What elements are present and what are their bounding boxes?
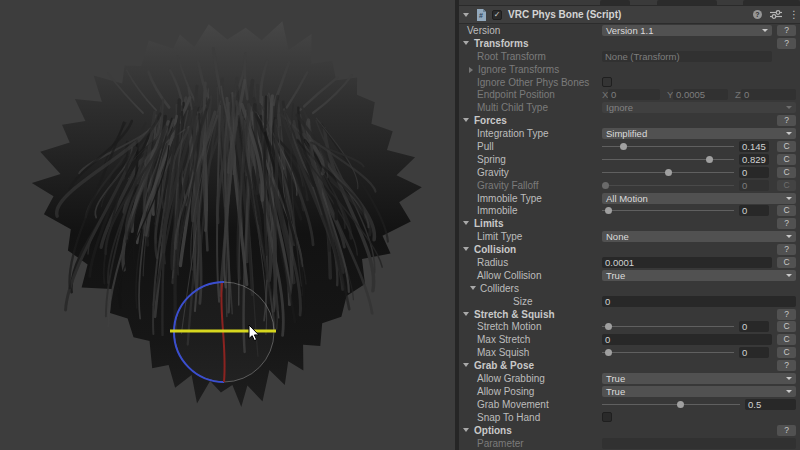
help-button[interactable]: ? (777, 244, 796, 255)
field-label: Parameter (477, 438, 524, 449)
help-button[interactable]: ? (777, 360, 796, 371)
axis-field-y[interactable]: 0.0005 (673, 89, 728, 100)
value-field[interactable]: 0 (602, 334, 772, 345)
row-grab-pose: Grab & Pose? (459, 359, 800, 372)
curve-button[interactable]: C (777, 347, 796, 358)
foldout-arrow-icon[interactable] (463, 312, 469, 316)
field-label: Max Stretch (477, 334, 530, 345)
slider-track[interactable] (602, 185, 734, 186)
slider-track[interactable] (602, 146, 734, 147)
number-field[interactable]: 0.829 (739, 154, 769, 165)
scene-viewport[interactable] (0, 0, 455, 450)
slider-handle[interactable] (665, 169, 672, 176)
object-field[interactable]: None (Transform) (602, 51, 772, 62)
slider-handle[interactable] (605, 349, 612, 356)
curve-button[interactable]: C (777, 334, 796, 345)
axis-field-x[interactable]: 0 (608, 89, 660, 100)
curve-button[interactable]: C (777, 141, 796, 152)
curve-button[interactable]: C (777, 180, 796, 191)
component-header[interactable]: # ✓ VRC Phys Bone (Script) ? ⋮ (459, 6, 800, 24)
foldout-arrow-icon[interactable] (463, 118, 469, 122)
number-field[interactable]: 0 (739, 321, 769, 332)
component-enabled-checkbox[interactable]: ✓ (492, 10, 502, 20)
axis-label-z: Z (735, 89, 741, 100)
curve-button[interactable]: C (777, 205, 796, 216)
number-field[interactable]: 0 (739, 347, 769, 358)
slider-handle[interactable] (677, 401, 684, 408)
field-value-area: Version 1.1? (602, 25, 796, 36)
number-field[interactable]: 0 (739, 180, 769, 191)
slider-track[interactable] (602, 210, 734, 211)
field-value-area (602, 438, 796, 449)
row-gravity-falloff: Gravity Falloff0C (459, 179, 800, 192)
field-label: Limit Type (477, 231, 522, 242)
foldout-arrow-icon[interactable] (463, 247, 469, 251)
field-label: Grab & Pose (474, 360, 534, 371)
axis-field-z[interactable]: 0 (741, 89, 796, 100)
dropdown-multi-child-type[interactable]: Ignore (602, 102, 796, 113)
field-label: Immobile (477, 205, 518, 216)
field-label: Spring (477, 154, 506, 165)
foldout-collapsed-icon[interactable] (469, 67, 473, 73)
value-field[interactable]: 0.0001 (602, 257, 772, 268)
curve-button[interactable]: C (777, 321, 796, 332)
row-transforms: Transforms? (459, 37, 800, 50)
kebab-menu-icon[interactable]: ⋮ (789, 8, 799, 21)
dropdown-allow-posing[interactable]: True (602, 386, 796, 397)
field-label: Allow Posing (477, 386, 534, 397)
dropdown-immobile-type[interactable]: All Motion (602, 193, 796, 204)
number-field[interactable]: 0 (739, 167, 769, 178)
number-field[interactable]: 0.5 (745, 399, 796, 410)
checkbox-ignore-other-phys-bones[interactable] (602, 77, 612, 87)
slider-track[interactable] (602, 352, 734, 353)
help-button[interactable]: ? (777, 115, 796, 126)
slider-handle[interactable] (706, 156, 713, 163)
curve-button[interactable]: C (777, 154, 796, 165)
dropdown-integration-type[interactable]: Simplified (602, 128, 796, 139)
field-label: Pull (477, 141, 494, 152)
number-field[interactable]: 0 (739, 205, 769, 216)
row-forces: Forces? (459, 114, 800, 127)
csharp-script-icon: # (476, 9, 487, 21)
foldout-arrow-icon[interactable] (463, 41, 469, 45)
field-value-area: 0C (602, 167, 796, 178)
field-label: Immobile Type (477, 193, 542, 204)
value-field[interactable]: 0 (602, 296, 796, 307)
curve-button[interactable]: C (777, 257, 796, 268)
field-value-area: 0.829C (602, 154, 796, 165)
slider-track[interactable] (602, 404, 740, 405)
help-button[interactable]: ? (777, 38, 796, 49)
dropdown-allow-grabbing[interactable]: True (602, 373, 796, 384)
checkbox-snap-to-hand[interactable] (602, 412, 612, 422)
help-icon[interactable]: ? (753, 10, 762, 19)
slider-track[interactable] (602, 326, 734, 327)
foldout-arrow-icon[interactable] (463, 13, 469, 17)
foldout-arrow-icon[interactable] (463, 428, 469, 432)
help-button[interactable]: ? (777, 218, 796, 229)
help-button[interactable]: ? (777, 25, 796, 36)
dropdown-version[interactable]: Version 1.1 (602, 25, 772, 36)
slider-track[interactable] (602, 159, 734, 160)
row-size: Size0 (459, 295, 800, 308)
curve-button[interactable]: C (777, 167, 796, 178)
field-label: Snap To Hand (477, 412, 540, 423)
slider-handle[interactable] (605, 207, 612, 214)
slider-handle[interactable] (602, 182, 609, 189)
svg-text:#: # (479, 12, 483, 19)
help-button[interactable]: ? (777, 425, 796, 436)
foldout-arrow-icon[interactable] (470, 286, 476, 290)
field-label: Colliders (480, 283, 519, 294)
presets-icon[interactable] (770, 10, 782, 19)
dropdown-limit-type[interactable]: None (602, 231, 796, 242)
dropdown-allow-collision[interactable]: True (602, 270, 796, 281)
slider-handle[interactable] (605, 323, 612, 330)
row-ignore-transforms: Ignore Transforms (459, 63, 800, 76)
number-field[interactable]: 0.145 (739, 141, 769, 152)
slider-track[interactable] (602, 172, 734, 173)
help-button[interactable]: ? (777, 309, 796, 320)
value-field[interactable] (602, 438, 796, 449)
foldout-arrow-icon[interactable] (463, 221, 469, 225)
foldout-arrow-icon[interactable] (463, 363, 469, 367)
slider-handle[interactable] (620, 143, 627, 150)
row-limit-type: Limit TypeNone (459, 230, 800, 243)
